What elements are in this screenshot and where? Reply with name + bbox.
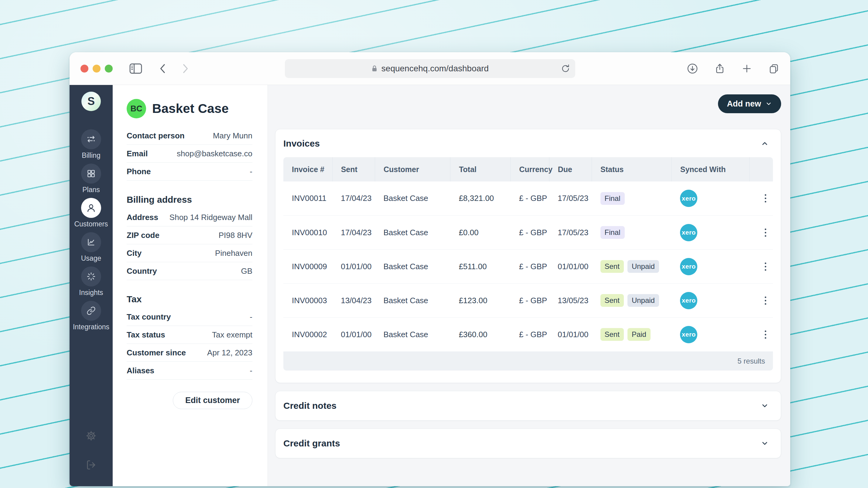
field-label: Phone — [127, 167, 151, 176]
cell-total: £8,321.00 — [451, 182, 510, 216]
line-chart-icon — [81, 232, 101, 252]
customer-panel: BC Basket Case Contact person Mary Munn … — [113, 85, 268, 486]
address-bar[interactable]: sequencehq.com/dashboard — [285, 59, 575, 78]
kebab-menu-icon[interactable] — [758, 227, 773, 238]
xero-badge: xero — [680, 258, 697, 275]
kebab-menu-icon[interactable] — [758, 329, 773, 340]
billing-address-section: Billing address Address Shop 14 Ridgeway… — [127, 195, 252, 280]
cell-due: 01/01/00 — [549, 250, 592, 284]
tab-overview-icon[interactable] — [768, 63, 779, 74]
cell-status: SentPaid — [592, 318, 672, 351]
cell-currency: £ - GBP — [510, 182, 549, 216]
field-label: Address — [127, 213, 158, 222]
cell-sent: 17/04/23 — [332, 216, 375, 250]
field-value: shop@basketcase.co — [177, 149, 252, 158]
cell-total: £511.00 — [451, 250, 510, 284]
field-label: Aliases — [127, 366, 154, 376]
field-value: Shop 14 Ridgeway Mall — [169, 213, 252, 222]
field-label: Tax country — [127, 312, 171, 322]
cell-sent: 01/01/00 — [332, 250, 375, 284]
status-badge: Unpaid — [627, 260, 659, 273]
toolbar-right-icons — [687, 63, 779, 74]
status-badge: Paid — [627, 328, 651, 341]
table-row[interactable]: INV00011 17/04/23 Basket Case £8,321.00 … — [283, 182, 773, 216]
field-value: - — [250, 167, 252, 176]
edit-customer-button[interactable]: Edit customer — [173, 392, 252, 409]
detail-row: Phone - — [127, 163, 252, 181]
status-badge: Sent — [600, 260, 624, 273]
main-toolbar: Add new — [275, 94, 781, 113]
cell-sent: 17/04/23 — [332, 182, 375, 216]
sidebar-item-label: Integrations — [73, 323, 109, 331]
status-badge: Sent — [600, 328, 624, 341]
sidebar-item-plans[interactable]: Plans — [81, 164, 101, 194]
customer-header: BC Basket Case — [127, 99, 252, 118]
sidebar-toggle-icon[interactable] — [129, 63, 143, 74]
add-new-label: Add new — [727, 99, 762, 109]
section-title: Tax — [127, 294, 252, 304]
table-row[interactable]: INV00002 01/01/00 Basket Case £360.00 £ … — [283, 318, 773, 351]
close-window-button[interactable] — [81, 65, 88, 72]
nav-rail: S Billing Plans — [69, 85, 113, 486]
forward-icon[interactable] — [181, 63, 190, 74]
cell-actions — [749, 318, 773, 351]
settings-gear-icon[interactable] — [86, 430, 97, 441]
sequence-logo[interactable]: S — [82, 92, 101, 111]
column-header: Status — [592, 157, 672, 182]
credit-notes-title: Credit notes — [283, 400, 337, 411]
table-row[interactable]: INV00010 17/04/23 Basket Case £0.00 £ - … — [283, 216, 773, 250]
sidebar-item-customers[interactable]: Customers — [74, 198, 108, 228]
field-label: Contact person — [127, 131, 185, 140]
sidebar-item-label: Billing — [82, 152, 100, 160]
cell-due: 17/05/23 — [549, 182, 592, 216]
chevron-down-icon — [765, 100, 772, 107]
app-body: S Billing Plans — [69, 85, 790, 486]
detail-row: Email shop@basketcase.co — [127, 145, 252, 163]
sidebar-item-billing[interactable]: Billing — [81, 129, 101, 160]
detail-row: Tax status Tax exempt — [127, 326, 252, 344]
cell-status: Final — [592, 182, 672, 216]
back-icon[interactable] — [158, 63, 167, 74]
cell-currency: £ - GBP — [510, 318, 549, 351]
cell-synced-with: xero — [672, 216, 749, 250]
sidebar-item-label: Customers — [74, 220, 108, 228]
invoices-card-header[interactable]: Invoices — [283, 138, 773, 149]
cell-total: £360.00 — [451, 318, 510, 351]
zoom-window-button[interactable] — [105, 65, 113, 72]
table-footer: 5 results — [283, 352, 773, 370]
kebab-menu-icon[interactable] — [758, 261, 773, 272]
table-row[interactable]: INV00003 13/04/23 Basket Case £123.00 £ … — [283, 284, 773, 318]
downloads-icon[interactable] — [687, 63, 698, 74]
sidebar-item-insights[interactable]: Insights — [79, 266, 103, 297]
field-value: - — [250, 312, 252, 322]
desktop-background: sequencehq.com/dashboard — [0, 0, 868, 488]
field-value: GB — [241, 266, 252, 276]
cell-actions — [749, 216, 773, 250]
logout-icon[interactable] — [86, 459, 97, 470]
tax-section: Tax Tax country - Tax status Tax exempt … — [127, 294, 252, 380]
minimize-window-button[interactable] — [93, 65, 100, 72]
add-new-button[interactable]: Add new — [718, 94, 781, 113]
cell-actions — [749, 250, 773, 284]
kebab-menu-icon[interactable] — [758, 295, 773, 306]
xero-badge: xero — [680, 326, 697, 343]
sidebar-item-integrations[interactable]: Integrations — [73, 301, 109, 331]
main-content: Add new Invoices — [268, 85, 790, 486]
credit-notes-card[interactable]: Credit notes — [275, 391, 781, 421]
kebab-menu-icon[interactable] — [758, 192, 773, 204]
credit-grants-card[interactable]: Credit grants — [275, 428, 781, 458]
chevron-down-icon[interactable] — [761, 440, 769, 447]
reload-icon[interactable] — [561, 64, 570, 73]
cell-status: Final — [592, 216, 672, 250]
cell-synced-with: xero — [672, 182, 749, 216]
chevron-up-icon[interactable] — [761, 140, 769, 148]
table-row[interactable]: INV00009 01/01/00 Basket Case £511.00 £ … — [283, 250, 773, 284]
credit-grants-title: Credit grants — [283, 438, 340, 449]
field-value: Apr 12, 2023 — [207, 348, 252, 358]
cell-total: £0.00 — [451, 216, 510, 250]
sidebar-item-usage[interactable]: Usage — [81, 232, 101, 262]
cell-total: £123.00 — [451, 284, 510, 318]
chevron-down-icon[interactable] — [761, 402, 769, 410]
share-icon[interactable] — [714, 63, 725, 74]
new-tab-icon[interactable] — [742, 63, 752, 74]
